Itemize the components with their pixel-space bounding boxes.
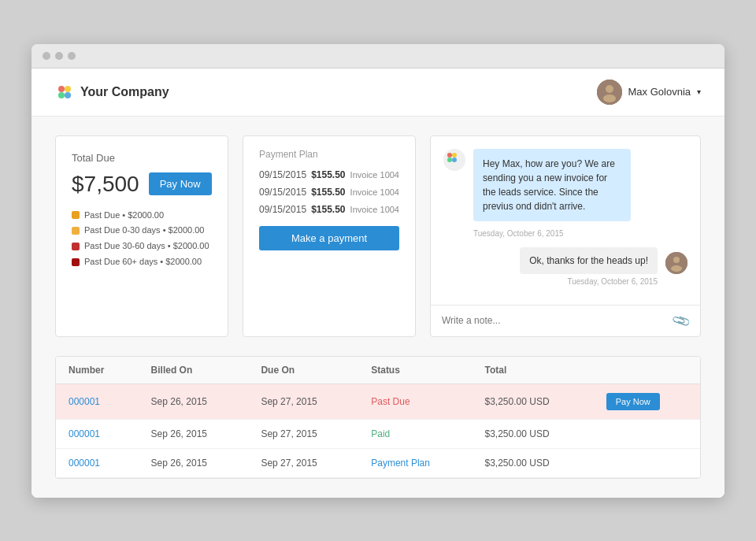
invoice-link-2[interactable]: 000001 [69, 428, 100, 439]
total-due-label: Total Due [72, 152, 212, 164]
payment-plan-title: Payment Plan [259, 149, 399, 160]
svg-point-2 [58, 92, 65, 98]
browser-titlebar [32, 44, 724, 69]
user-name: Max Golovnia [628, 86, 691, 98]
pay-now-button[interactable]: Pay Now [149, 172, 212, 195]
chat-input[interactable] [442, 315, 667, 326]
chat-messages: Hey Max, how are you? We are sending you… [431, 136, 700, 305]
invoice-number-2: 000001 [56, 419, 139, 448]
invoice-link-3[interactable]: 000001 [69, 458, 100, 469]
invoice-pay-now-button-1[interactable]: Pay Now [606, 393, 660, 410]
make-payment-button[interactable]: Make a payment [259, 226, 399, 250]
breakdown-item-3: Past Due 30-60 days • $2000.00 [72, 239, 212, 254]
svg-point-9 [452, 153, 457, 157]
browser-dot-1 [43, 52, 50, 60]
avatar [597, 80, 622, 105]
invoices-table-body: 000001 Sep 26, 2015 Sep 27, 2015 Past Du… [56, 384, 700, 477]
chat-message-sent: Ok, thanks for the heads up! [443, 247, 687, 274]
browser-window: Your Company Max Golovnia ▾ [32, 44, 724, 498]
payment-invoice-2: Invoice 1004 [350, 187, 399, 197]
invoice-number-1: 000001 [56, 384, 139, 419]
svg-point-11 [452, 157, 457, 162]
invoice-status-1: Past Due [358, 384, 472, 419]
invoice-link-1[interactable]: 000001 [69, 396, 100, 407]
svg-point-10 [447, 157, 452, 162]
payment-date-3: 09/15/2015 [259, 204, 306, 215]
svg-point-1 [65, 86, 71, 92]
svg-point-13 [673, 257, 680, 263]
invoice-billed-1: Sep 26, 2015 [139, 384, 249, 419]
col-action [594, 357, 700, 384]
svg-point-3 [65, 92, 71, 98]
total-due-amount: $7,500 [72, 172, 139, 197]
breakdown-dot-2 [72, 227, 80, 235]
company-logo: Your Company [55, 83, 169, 102]
table-row: 000001 Sep 26, 2015 Sep 27, 2015 Payment… [56, 448, 700, 477]
main-content: Total Due $7,500 Pay Now Past Due • $200… [32, 117, 724, 498]
col-billed-on: Billed On [139, 357, 249, 384]
chat-bubble-received: Hey Max, how are you? We are sending you… [473, 149, 631, 221]
invoice-action-2 [594, 419, 700, 448]
invoices-section: Number Billed On Due On Status Total [55, 356, 701, 479]
invoice-action-1: Pay Now [594, 384, 700, 419]
due-breakdown: Past Due • $2000.00 Past Due 0-30 days •… [72, 208, 212, 270]
status-badge-2: Paid [371, 428, 390, 439]
invoice-action-3 [594, 448, 700, 477]
invoice-number-3: 000001 [56, 448, 139, 477]
company-logo-icon [55, 83, 74, 102]
status-badge-1: Past Due [371, 396, 410, 407]
payment-invoice-1: Invoice 1004 [350, 170, 399, 180]
invoice-due-3: Sep 27, 2015 [248, 448, 358, 477]
svg-point-14 [671, 265, 682, 272]
col-number: Number [56, 357, 139, 384]
chat-sender-avatar-sent [665, 252, 687, 274]
table-row: 000001 Sep 26, 2015 Sep 27, 2015 Past Du… [56, 384, 700, 419]
invoice-total-1: $3,250.00 USD [472, 384, 594, 419]
invoice-due-2: Sep 27, 2015 [248, 419, 358, 448]
total-due-panel: Total Due $7,500 Pay Now Past Due • $200… [55, 135, 228, 337]
chat-input-row: 📎 [431, 305, 700, 336]
company-name: Your Company [80, 85, 169, 99]
top-nav: Your Company Max Golovnia ▾ [32, 69, 724, 117]
breakdown-dot-4 [72, 258, 80, 266]
col-total: Total [472, 357, 594, 384]
chat-message-received: Hey Max, how are you? We are sending you… [443, 149, 687, 221]
chat-bubble-sent: Ok, thanks for the heads up! [520, 247, 658, 274]
invoices-table-header: Number Billed On Due On Status Total [56, 357, 700, 384]
svg-point-5 [606, 85, 613, 93]
chat-panel: Hey Max, how are you? We are sending you… [430, 135, 701, 337]
breakdown-label-3: Past Due 30-60 days • $2000.00 [84, 239, 209, 254]
table-row: 000001 Sep 26, 2015 Sep 27, 2015 Paid $3… [56, 419, 700, 448]
invoice-due-1: Sep 27, 2015 [248, 384, 358, 419]
payment-plan-panel: Payment Plan 09/15/2015 $155.50 Invoice … [243, 135, 416, 337]
chat-sender-avatar [443, 149, 465, 171]
breakdown-label-4: Past Due 60+ days • $2000.00 [84, 254, 202, 270]
chat-timestamp-sent: Tuesday, October 6, 2015 [443, 277, 658, 286]
breakdown-item-2: Past Due 0-30 days • $2000.00 [72, 223, 212, 239]
invoice-total-2: $3,250.00 USD [472, 419, 594, 448]
browser-dot-2 [55, 52, 63, 60]
invoices-table: Number Billed On Due On Status Total [56, 357, 700, 478]
breakdown-item-1: Past Due • $2000.00 [72, 208, 212, 224]
breakdown-label-1: Past Due • $2000.00 [84, 208, 164, 224]
payment-row-2: 09/15/2015 $155.50 Invoice 1004 [259, 187, 399, 198]
payment-row-1: 09/15/2015 $155.50 Invoice 1004 [259, 169, 399, 180]
user-menu[interactable]: Max Golovnia ▾ [597, 80, 701, 105]
breakdown-label-2: Past Due 0-30 days • $2000.00 [84, 223, 204, 239]
invoice-status-3: Payment Plan [358, 448, 472, 477]
invoice-status-2: Paid [358, 419, 472, 448]
invoices-wrapper: Number Billed On Due On Status Total [55, 356, 701, 479]
col-status: Status [358, 357, 472, 384]
breakdown-dot-3 [72, 243, 80, 250]
invoice-billed-2: Sep 26, 2015 [139, 419, 249, 448]
top-panels: Total Due $7,500 Pay Now Past Due • $200… [55, 135, 701, 337]
svg-point-0 [58, 86, 65, 92]
payment-row-3: 09/15/2015 $155.50 Invoice 1004 [259, 204, 399, 215]
invoice-billed-3: Sep 26, 2015 [139, 448, 249, 477]
invoice-total-3: $3,250.00 USD [472, 448, 594, 477]
breakdown-dot-1 [72, 211, 80, 219]
browser-dot-3 [68, 52, 76, 60]
browser-content: Your Company Max Golovnia ▾ [32, 69, 724, 498]
total-due-row: $7,500 Pay Now [72, 172, 212, 197]
attachment-icon[interactable]: 📎 [671, 310, 692, 331]
